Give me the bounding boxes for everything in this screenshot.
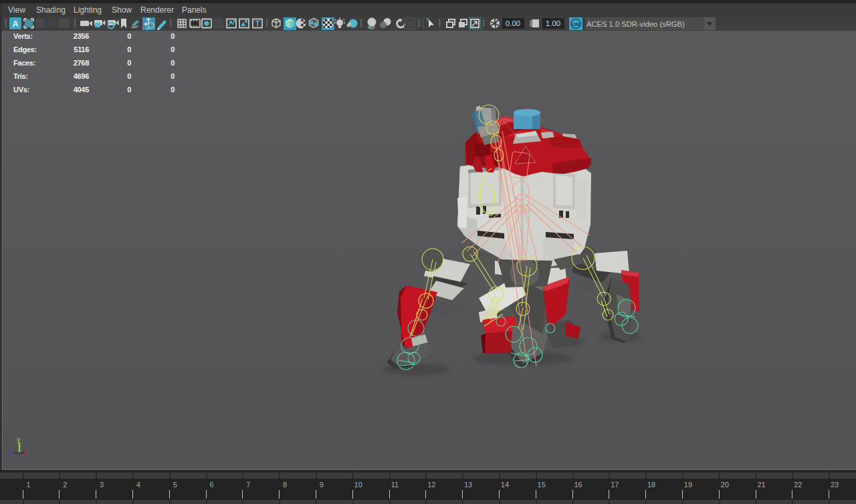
svg-text:A: A	[13, 19, 19, 29]
svg-text:T: T	[255, 19, 260, 27]
svg-text:z: z	[9, 449, 13, 457]
svg-text:ON: ON	[572, 21, 579, 27]
svg-text:x: x	[24, 449, 27, 457]
svg-text:y: y	[17, 435, 21, 443]
svg-text:ACES 1.0 SDR-video (sRGB): ACES 1.0 SDR-video (sRGB)	[586, 20, 685, 28]
svg-text:0.00: 0.00	[506, 19, 520, 27]
svg-text:1.00: 1.00	[546, 19, 560, 27]
